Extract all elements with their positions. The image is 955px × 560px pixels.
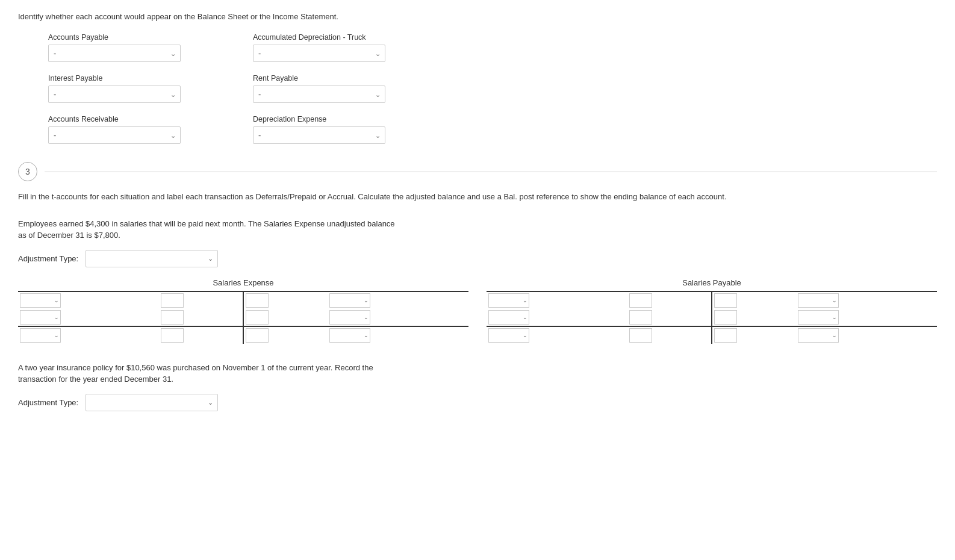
t-select-se-bal-right-type[interactable]: [329, 328, 370, 343]
field-rent-payable: Rent Payable - Balance Sheet Income Stat…: [253, 74, 422, 103]
scenario-1-adjustment-row: Adjustment Type: Accrual Deferrals/Prepa…: [18, 250, 937, 267]
field-accumulated-depreciation-truck: Accumulated Depreciation - Truck - Balan…: [253, 33, 422, 62]
t-account-salaries-payable-title: Salaries Payable: [487, 278, 937, 287]
t-select-se-bal-left-type[interactable]: [20, 328, 61, 343]
sel-wrap: ⌄: [329, 310, 370, 325]
section2-description: Identify whether each account would appe…: [18, 12, 937, 21]
sel-wrap: ⌄: [329, 293, 370, 308]
label-accounts-receivable: Accounts Receivable: [48, 115, 217, 123]
label-depreciation-expense: Depreciation Expense: [253, 115, 422, 123]
table-row: ⌄ ⌄: [18, 309, 468, 326]
salaries-expense-table: ⌄ ⌄: [18, 291, 468, 344]
sel-wrap: ⌄: [798, 293, 839, 308]
field-interest-payable: Interest Payable - Balance Sheet Income …: [48, 74, 217, 103]
table-row-balance: ⌄ ⌄: [487, 326, 937, 344]
select-wrapper-interest-payable: - Balance Sheet Income Statement ⌄: [48, 86, 181, 103]
select-accounts-receivable[interactable]: - Balance Sheet Income Statement: [48, 126, 181, 144]
sel-wrap: ⌄: [20, 293, 61, 308]
t-select-sp-r1-right-type[interactable]: [798, 293, 839, 308]
t-input-se-r1-right-val[interactable]: [246, 293, 269, 308]
label-accounts-payable: Accounts Payable: [48, 33, 217, 42]
sel-wrap: ⌄: [20, 328, 61, 343]
sel-wrap: ⌄: [488, 328, 529, 343]
section3-header: 3: [18, 162, 937, 181]
scenario-2-adjustment-row: Adjustment Type: Accrual Deferrals/Prepa…: [18, 394, 937, 411]
scenario-2-block: A two year insurance policy for $10,560 …: [18, 362, 937, 411]
t-input-se-r1-left-val[interactable]: [161, 293, 184, 308]
sel-wrap: ⌄: [798, 310, 839, 325]
step3-line: [45, 172, 937, 172]
t-select-se-r2-right-type[interactable]: [329, 310, 370, 325]
scenario-1-adjustment-select[interactable]: Accrual Deferrals/Prepaid: [86, 250, 218, 267]
t-select-sp-r2-left-type[interactable]: [488, 310, 529, 325]
label-accumulated-depreciation-truck: Accumulated Depreciation - Truck: [253, 33, 422, 42]
t-input-se-bal-right-val[interactable]: [246, 328, 269, 343]
scenario-2-adjustment-select-wrapper: Accrual Deferrals/Prepaid ⌄: [86, 394, 218, 411]
table-row-balance: ⌄ ⌄: [18, 326, 468, 344]
scenario-1-block: Employees earned $4,300 in salaries that…: [18, 218, 937, 344]
scenario-2-adjustment-label: Adjustment Type:: [18, 398, 78, 407]
select-wrapper-accumulated-depreciation: - Balance Sheet Income Statement ⌄: [253, 45, 385, 62]
select-depreciation-expense[interactable]: - Balance Sheet Income Statement: [253, 126, 385, 144]
select-wrapper-rent-payable: - Balance Sheet Income Statement ⌄: [253, 86, 385, 103]
table-row: ⌄ ⌄: [18, 291, 468, 309]
scenario-2-text: A two year insurance policy for $10,560 …: [18, 362, 403, 385]
t-input-sp-r2-left-val[interactable]: [629, 310, 652, 325]
sel-wrap: ⌄: [329, 328, 370, 343]
sel-wrap: ⌄: [20, 310, 61, 325]
t-input-sp-r1-right-val[interactable]: [714, 293, 737, 308]
t-input-sp-r2-right-val[interactable]: [714, 310, 737, 325]
scenario-1-t-accounts: Salaries Expense ⌄: [18, 278, 937, 344]
scenario-2-adjustment-select[interactable]: Accrual Deferrals/Prepaid: [86, 394, 218, 411]
label-rent-payable: Rent Payable: [253, 74, 422, 82]
salaries-payable-table: ⌄ ⌄: [487, 291, 937, 344]
step3-circle: 3: [18, 162, 37, 181]
sel-wrap: ⌄: [488, 310, 529, 325]
table-row: ⌄ ⌄: [487, 291, 937, 309]
t-input-se-bal-left-val[interactable]: [161, 328, 184, 343]
t-input-sp-bal-left-val[interactable]: [629, 328, 652, 343]
select-accounts-payable[interactable]: - Balance Sheet Income Statement: [48, 45, 181, 62]
t-select-se-r2-left-type[interactable]: [20, 310, 61, 325]
t-select-se-r1-right-type[interactable]: [329, 293, 370, 308]
t-select-se-r1-left-type[interactable]: [20, 293, 61, 308]
scenario-1-adjustment-label: Adjustment Type:: [18, 254, 78, 263]
select-wrapper-accounts-payable: - Balance Sheet Income Statement ⌄: [48, 45, 181, 62]
select-rent-payable[interactable]: - Balance Sheet Income Statement: [253, 86, 385, 103]
field-depreciation-expense: Depreciation Expense - Balance Sheet Inc…: [253, 115, 422, 144]
t-input-se-r2-right-val[interactable]: [246, 310, 269, 325]
t-input-sp-bal-right-val[interactable]: [714, 328, 737, 343]
label-interest-payable: Interest Payable: [48, 74, 217, 82]
t-select-sp-bal-right-type[interactable]: [798, 328, 839, 343]
t-input-se-r2-left-val[interactable]: [161, 310, 184, 325]
sel-wrap: ⌄: [488, 293, 529, 308]
t-account-salaries-payable: Salaries Payable ⌄: [487, 278, 937, 344]
section3-description: Fill in the t-accounts for each situatio…: [18, 191, 801, 204]
select-wrapper-depreciation-expense: - Balance Sheet Income Statement ⌄: [253, 126, 385, 144]
field-accounts-payable: Accounts Payable - Balance Sheet Income …: [48, 33, 217, 62]
t-account-salaries-expense-title: Salaries Expense: [18, 278, 468, 287]
field-accounts-receivable: Accounts Receivable - Balance Sheet Inco…: [48, 115, 217, 144]
t-input-sp-r1-left-val[interactable]: [629, 293, 652, 308]
t-select-sp-r1-left-type[interactable]: [488, 293, 529, 308]
t-account-salaries-expense: Salaries Expense ⌄: [18, 278, 468, 344]
sel-wrap: ⌄: [798, 328, 839, 343]
section2-fields-grid: Accounts Payable - Balance Sheet Income …: [48, 33, 937, 144]
table-row: ⌄ ⌄: [487, 309, 937, 326]
select-accumulated-depreciation[interactable]: - Balance Sheet Income Statement: [253, 45, 385, 62]
t-select-sp-bal-left-type[interactable]: [488, 328, 529, 343]
t-select-sp-r2-right-type[interactable]: [798, 310, 839, 325]
select-wrapper-accounts-receivable: - Balance Sheet Income Statement ⌄: [48, 126, 181, 144]
scenario-1-adjustment-select-wrapper: Accrual Deferrals/Prepaid ⌄: [86, 250, 218, 267]
select-interest-payable[interactable]: - Balance Sheet Income Statement: [48, 86, 181, 103]
scenario-1-text: Employees earned $4,300 in salaries that…: [18, 218, 403, 241]
